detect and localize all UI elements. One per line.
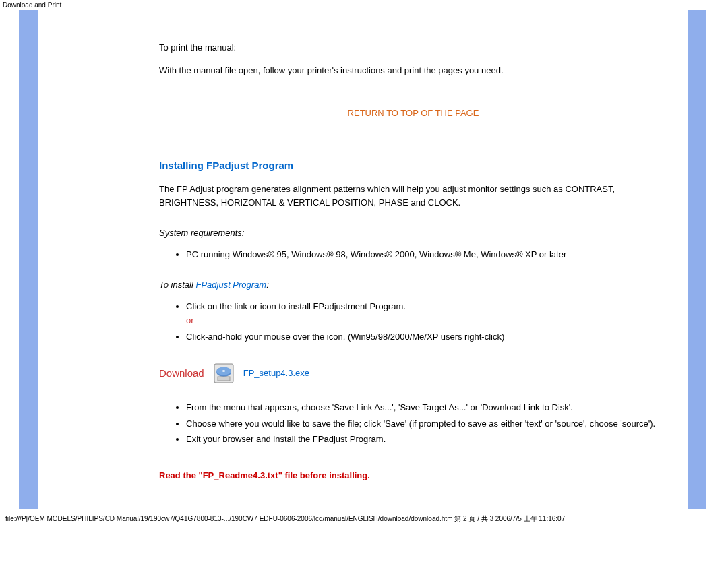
list-item: Click on the link or icon to install FPa…	[186, 300, 667, 327]
sysreq-label: System requirements:	[159, 226, 667, 240]
toinstall-suffix: :	[266, 280, 269, 290]
list-item: Exit your browser and install the FPadju…	[186, 433, 667, 446]
toinstall-prefix: To install	[159, 280, 195, 290]
print-label: To print the manual:	[159, 41, 667, 55]
return-to-top-link[interactable]: RETURN TO TOP OF THE PAGE	[159, 106, 667, 120]
download-filename-link[interactable]: FP_setup4.3.exe	[243, 367, 309, 380]
svg-rect-4	[218, 377, 230, 381]
sysreq-list: PC running Windows® 95, Windows® 98, Win…	[186, 248, 667, 261]
readme-warning: Read the "FP_Readme4.3.txt" file before …	[159, 469, 667, 482]
main-content: To print the manual: With the manual fil…	[159, 10, 688, 509]
list-item: Click-and-hold your mouse over the icon.…	[186, 330, 667, 344]
toinstall-label: To install FPadjust Program:	[159, 278, 667, 292]
page-header: Download and Print	[0, 0, 728, 10]
after-steps-list: From the menu that appears, choose 'Save…	[186, 401, 667, 446]
section-divider	[159, 139, 667, 139]
install-description: The FP Adjust program generates alignmen…	[159, 183, 667, 209]
install-steps-list: Click on the link or icon to install FPa…	[186, 300, 667, 344]
install-heading: Installing FPadjust Program	[159, 158, 667, 174]
or-text: or	[186, 314, 667, 327]
svg-point-3	[222, 370, 225, 372]
fpadjust-link[interactable]: FPadjust Program	[195, 280, 266, 290]
install-step-1: Click on the link or icon to install FPa…	[186, 301, 406, 311]
left-stripe	[19, 10, 38, 509]
footer-path: file:///P|/OEM MODELS/PHILIPS/CD Manual/…	[0, 510, 728, 528]
download-row: Download FP_setup4.3.exe	[159, 363, 667, 383]
list-item: PC running Windows® 95, Windows® 98, Win…	[186, 248, 667, 261]
left-gutter	[38, 10, 159, 509]
right-stripe	[688, 10, 706, 509]
print-instructions: With the manual file open, follow your p…	[159, 64, 667, 77]
disk-icon[interactable]	[214, 363, 234, 383]
list-item: From the menu that appears, choose 'Save…	[186, 401, 667, 414]
list-item: Choose where you would like to save the …	[186, 417, 667, 431]
download-label: Download	[159, 366, 204, 381]
